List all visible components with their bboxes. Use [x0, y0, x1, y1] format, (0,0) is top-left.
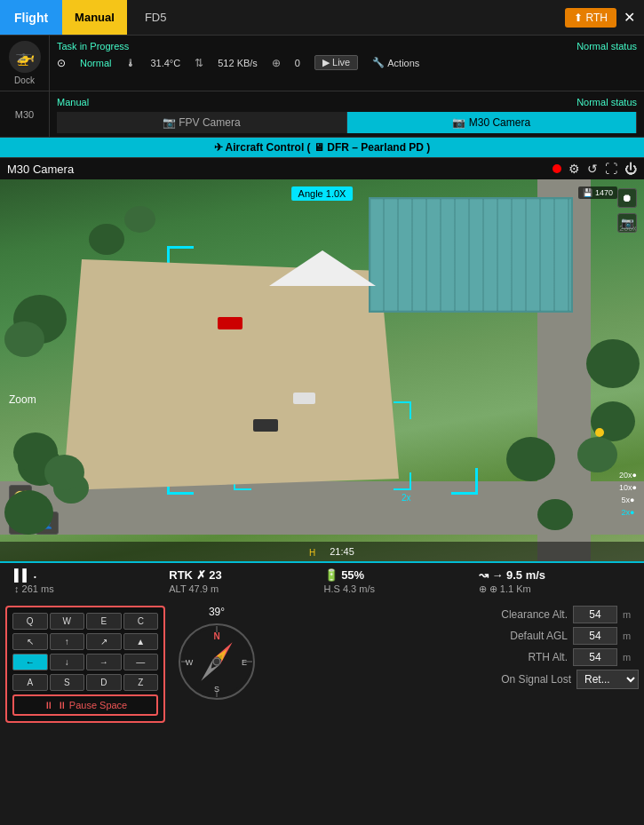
side-icons: ⏺ 📷: [617, 188, 637, 233]
latency-icon: ↕: [14, 583, 20, 594]
rth-icon: ⬆: [574, 12, 583, 24]
key-dash[interactable]: —: [123, 654, 159, 670]
compass-container: N E S W: [177, 622, 257, 702]
compass-svg: N E S W: [177, 622, 257, 702]
clearance-alt-input[interactable]: [573, 606, 617, 623]
compass-heading: 39°: [209, 606, 225, 618]
default-agl-input[interactable]: [573, 627, 617, 645]
rth-alt-input[interactable]: [573, 648, 617, 666]
flight-label: Flight: [14, 11, 48, 25]
manual-tab[interactable]: Manual: [62, 0, 127, 35]
key-d[interactable]: D: [86, 674, 122, 691]
controls-row1: Q W E C: [12, 613, 158, 630]
default-agl-label: Default AGL: [277, 630, 568, 642]
svg-text:W: W: [186, 658, 194, 667]
pause-label: ⏸ Pause Space: [57, 700, 128, 710]
flight-tab[interactable]: Flight: [0, 0, 62, 35]
manual-label: Manual: [75, 11, 115, 24]
task-in-progress-label: Task in Progress: [57, 41, 129, 52]
distance-value: ⊕ ⊕ 1.1 Km: [479, 583, 630, 595]
dock-label: Dock: [14, 75, 35, 85]
screenshot-button[interactable]: 📷: [617, 213, 637, 233]
m30-label: M30: [15, 109, 34, 120]
key-e[interactable]: E: [86, 613, 122, 630]
pause-button[interactable]: ⏸ ⏸ Pause Space: [12, 694, 158, 716]
wrench-icon: 🔧: [372, 57, 385, 68]
pause-icon: ⏸: [44, 700, 53, 710]
key-z[interactable]: Z: [123, 674, 159, 691]
battery-icon: 🔋: [324, 568, 338, 582]
live-icon: ▶: [322, 57, 330, 67]
rtk-item: RTK ✗ 23 ALT 47.9 m: [169, 568, 320, 595]
actions-button[interactable]: 🔧 Actions: [372, 57, 419, 68]
telemetry-bar: ▌▌ • ↕ 261 ms RTK ✗ 23 ALT 47.9 m 🔋 55% …: [0, 561, 644, 600]
aircraft-control-label: Aircraft Control: [226, 141, 305, 154]
rth-alt-row: RTH Alt. m: [277, 648, 639, 666]
sidebar: 🚁 Dock: [0, 36, 50, 91]
clearance-alt-label: Clearance Alt.: [277, 608, 568, 621]
latency-value: ↕ 261 ms: [14, 583, 165, 594]
key-throttle-up[interactable]: ▲: [123, 633, 159, 650]
aircraft-location: DFR – Pearland PD: [327, 141, 424, 154]
manual-status-row: Manual Normal status: [57, 95, 637, 109]
svg-point-12: [213, 658, 220, 665]
key-c[interactable]: C: [123, 613, 159, 630]
key-a[interactable]: A: [12, 674, 48, 691]
controls-row4: A S D Z: [12, 674, 158, 691]
zoom-10x[interactable]: 10x●: [619, 483, 637, 492]
rth-alt-unit: m: [623, 652, 639, 662]
bottom-section: Q W E C ↖ ↑ ↗ ▲ ← ↓ → — A S D Z ⏸ ⏸ Paus…: [0, 600, 644, 728]
key-up[interactable]: ↑: [50, 633, 85, 650]
settings-button[interactable]: ⚙: [568, 162, 580, 176]
fullscreen-button[interactable]: ⛶: [605, 162, 617, 176]
key-q[interactable]: Q: [12, 613, 48, 630]
rth-label: RTH: [586, 12, 608, 24]
temp-icon: 🌡: [125, 57, 136, 69]
key-s[interactable]: S: [50, 674, 85, 691]
key-up-left[interactable]: ↖: [12, 633, 48, 650]
record-button[interactable]: ⏺: [617, 188, 637, 208]
camera-icon: 📷: [163, 116, 176, 129]
m30-camera-button[interactable]: 📷 M30 Camera: [347, 112, 638, 133]
signal-lost-row: On Signal Lost Ret...: [277, 670, 639, 689]
aerial-scene: 2x Angle 1.0X Zoom 💾 1470 200x 20x● 10x●…: [0, 179, 644, 561]
signal-dot: •: [34, 573, 36, 581]
live-button[interactable]: ▶ Live: [314, 55, 358, 70]
mode-value: Normal: [80, 58, 111, 68]
signal-lost-dropdown[interactable]: Ret...: [576, 670, 639, 689]
rth-button[interactable]: ⬆ RTH: [565, 8, 616, 28]
task-status-row: Task in Progress Normal status: [57, 39, 637, 53]
key-left[interactable]: ←: [12, 654, 48, 670]
zoom-5x[interactable]: 5x●: [622, 496, 635, 504]
angle-label: Angle 1.0X: [291, 186, 354, 201]
home-icon: ⊕: [479, 583, 487, 594]
close-button[interactable]: ✕: [624, 9, 635, 26]
key-w[interactable]: W: [50, 613, 85, 630]
clearance-alt-unit: m: [623, 609, 639, 620]
bandwidth-value: 512 KB/s: [218, 58, 258, 68]
camera-controls: ⚙ ↺ ⛶ ⏻: [553, 162, 637, 176]
drone-icon[interactable]: 🚁: [9, 41, 41, 73]
fpv-camera-button[interactable]: 📷 FPV Camera: [57, 112, 347, 133]
key-down[interactable]: ↓: [50, 654, 85, 670]
temperature-value: 31.4°C: [150, 58, 180, 68]
zoom-label: Zoom: [9, 393, 36, 406]
rtk-x-icon: ✗: [196, 568, 206, 582]
signal-item: ▌▌ • ↕ 261 ms: [14, 568, 165, 595]
top-bar: Flight Manual FD5 ⬆ RTH ✕: [0, 0, 644, 36]
record-indicator: [553, 164, 561, 173]
manual-label: Manual: [57, 97, 89, 107]
power-button[interactable]: ⏻: [624, 162, 637, 176]
zoom-20x[interactable]: 20x●: [619, 471, 637, 480]
aircraft-control-bar[interactable]: ✈ Aircraft Control ( 🖥 DFR – Pearland PD…: [0, 138, 644, 157]
key-up-right[interactable]: ↗: [86, 633, 122, 650]
key-right[interactable]: →: [86, 654, 122, 670]
zoom-2x[interactable]: 2x●: [622, 508, 635, 517]
signal-icon: ▌▌: [14, 568, 30, 582]
camera-viewport: 2x Angle 1.0X Zoom 💾 1470 200x 20x● 10x●…: [0, 179, 644, 561]
compass-section: 39° N E S W: [172, 606, 261, 702]
manual-normal-status: Normal status: [576, 97, 637, 107]
svg-text:E: E: [242, 658, 247, 667]
rth-area: ⬆ RTH ✕: [565, 8, 644, 28]
refresh-button[interactable]: ↺: [587, 162, 598, 176]
